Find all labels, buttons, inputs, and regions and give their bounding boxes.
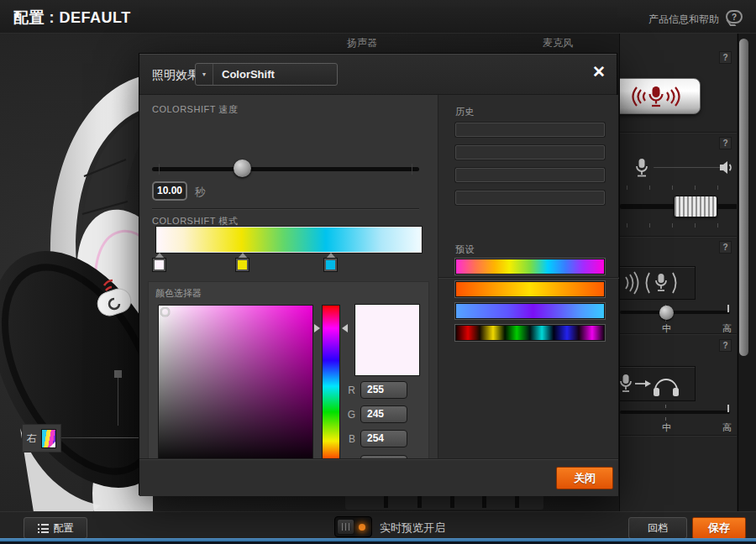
sidetone-mid-label: 中 bbox=[662, 421, 671, 434]
led-zone-right[interactable]: 右 bbox=[22, 424, 61, 452]
tab-speaker[interactable]: 扬声器 bbox=[347, 36, 377, 50]
divider bbox=[152, 208, 419, 210]
live-preview-toggle[interactable] bbox=[334, 516, 372, 537]
slider-tick bbox=[665, 405, 666, 408]
colorshift-gradient-bar[interactable] bbox=[156, 227, 422, 253]
history-slot[interactable] bbox=[455, 191, 605, 205]
dialog-title: 照明效果 bbox=[152, 68, 199, 83]
audio-settings-panel: ? ? ? bbox=[619, 34, 737, 512]
help-bubble-icon[interactable]: ? bbox=[726, 10, 743, 24]
red-label: R bbox=[344, 384, 355, 396]
blue-input[interactable]: 254 bbox=[360, 430, 407, 447]
help-link[interactable]: 产品信息和帮助 bbox=[648, 13, 719, 27]
mic-mute-button[interactable] bbox=[619, 78, 701, 114]
list-icon bbox=[38, 524, 49, 533]
sidetone-button[interactable] bbox=[619, 366, 696, 401]
zone-connector-line bbox=[118, 378, 118, 426]
red-input[interactable]: 255 bbox=[360, 381, 407, 399]
profile-title: 配置 : DEFAULT bbox=[13, 8, 131, 28]
slider-ticks bbox=[627, 186, 736, 190]
mic-circle-waves-icon bbox=[621, 269, 686, 296]
tab-microphone[interactable]: 麦克风 bbox=[543, 36, 573, 50]
blue-label: B bbox=[344, 433, 355, 445]
gradient-stop-2[interactable] bbox=[234, 253, 251, 271]
revert-button-label: 回档 bbox=[648, 521, 668, 536]
zone-color-swatch[interactable] bbox=[41, 429, 56, 448]
speed-value-input[interactable]: 10.00 bbox=[152, 181, 187, 201]
slider-end-tick bbox=[727, 305, 729, 312]
red-field-row: R 255 bbox=[344, 381, 407, 399]
help-icon[interactable]: ? bbox=[719, 137, 732, 149]
noise-reduction-button[interactable] bbox=[619, 266, 696, 300]
revert-button[interactable]: 回档 bbox=[628, 517, 687, 539]
divider bbox=[438, 277, 619, 279]
speed-slider-handle[interactable] bbox=[234, 160, 251, 177]
effect-dropdown-value: ColorShift bbox=[213, 68, 275, 81]
dialog-footer: 关闭 bbox=[139, 458, 618, 496]
history-slot[interactable] bbox=[455, 168, 605, 182]
save-button-label: 保存 bbox=[708, 520, 730, 536]
hue-marker-right-icon[interactable] bbox=[342, 324, 348, 332]
lighting-effects-dialog: 照明效果 ▼ ColorShift ✕ COLORSHIFT 速度 10.00 … bbox=[139, 53, 617, 495]
sidetone-high-label: 高 bbox=[722, 421, 732, 434]
slider-tick bbox=[665, 417, 666, 421]
green-label: G bbox=[344, 409, 355, 421]
speed-slider-track[interactable] bbox=[152, 167, 419, 171]
green-input[interactable]: 245 bbox=[360, 405, 407, 423]
close-icon[interactable]: ✕ bbox=[592, 64, 606, 80]
speed-unit-label: 秒 bbox=[195, 185, 206, 200]
green-field-row: G 245 bbox=[344, 405, 407, 423]
chevron-down-icon[interactable]: ▼ bbox=[196, 64, 213, 85]
zone-connector-line bbox=[60, 437, 141, 438]
config-button-label: 配置 bbox=[54, 521, 74, 536]
effect-dropdown[interactable]: ▼ ColorShift bbox=[195, 63, 338, 86]
close-button-label: 关闭 bbox=[574, 471, 596, 486]
live-preview-label: 实时预览开启 bbox=[380, 520, 445, 536]
preset-rainbow[interactable] bbox=[455, 259, 605, 275]
sv-cursor[interactable] bbox=[160, 307, 170, 316]
stop-color-swatch bbox=[324, 259, 337, 271]
panel-divider bbox=[620, 236, 737, 238]
save-button[interactable]: 保存 bbox=[692, 517, 746, 539]
dialog-right-column: 历史 预设 bbox=[438, 95, 618, 458]
mic-waves-red-icon bbox=[627, 84, 685, 109]
sidetone-slider-track[interactable] bbox=[620, 411, 730, 414]
panel-divider bbox=[620, 132, 737, 133]
preset-fire[interactable] bbox=[455, 281, 605, 297]
balance-slider-handle[interactable] bbox=[674, 196, 717, 217]
level-slider-knob[interactable] bbox=[659, 306, 674, 320]
level-slider-track[interactable] bbox=[620, 311, 730, 314]
saturation-value-field[interactable] bbox=[158, 305, 313, 468]
mic-to-headphone-icon bbox=[620, 370, 687, 397]
history-label: 历史 bbox=[455, 106, 475, 118]
panel-divider bbox=[620, 435, 737, 437]
gradient-stop-1[interactable] bbox=[150, 253, 168, 271]
app-window: 配置 : DEFAULT 产品信息和帮助 ? 扬声器 麦克风 bbox=[0, 0, 756, 544]
help-icon[interactable]: ? bbox=[719, 241, 732, 254]
color-picker-label: 颜色选择器 bbox=[155, 287, 202, 300]
dialog-left-column: COLORSHIFT 速度 10.00 秒 COLORSHIFT 模式 颜色选择… bbox=[139, 95, 438, 458]
hue-slider[interactable] bbox=[322, 305, 340, 468]
speed-section-label: COLORSHIFT 速度 bbox=[152, 103, 238, 116]
stop-arrow-icon bbox=[326, 253, 336, 259]
hue-marker-left-icon[interactable] bbox=[314, 324, 320, 332]
help-icon[interactable]: ? bbox=[719, 339, 732, 352]
balance-line bbox=[654, 167, 721, 168]
blue-field-row: B 254 bbox=[344, 430, 407, 447]
config-button[interactable]: 配置 bbox=[24, 517, 87, 539]
history-slot[interactable] bbox=[455, 123, 605, 137]
preset-color-bands[interactable] bbox=[455, 325, 605, 341]
help-icon[interactable]: ? bbox=[719, 51, 732, 64]
gradient-stop-3[interactable] bbox=[322, 253, 339, 271]
toggle-grip-icon bbox=[337, 519, 354, 535]
panel-divider bbox=[620, 333, 737, 335]
preset-cool-blue[interactable] bbox=[455, 303, 605, 319]
history-slot[interactable] bbox=[455, 145, 605, 160]
dialog-close-button[interactable]: 关闭 bbox=[556, 467, 613, 489]
toggle-on-indicator bbox=[359, 524, 365, 531]
scrollbar-thumb[interactable] bbox=[739, 39, 748, 356]
microphone-icon bbox=[633, 158, 650, 180]
color-preview bbox=[355, 305, 419, 375]
stop-arrow-icon bbox=[155, 253, 165, 259]
stop-arrow-icon bbox=[238, 253, 248, 259]
